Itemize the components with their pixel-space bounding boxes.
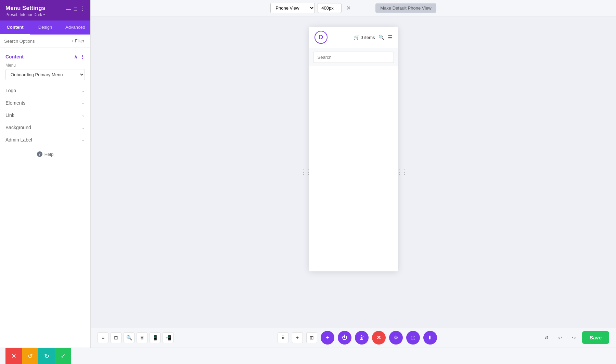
menu-label: Menu <box>5 63 85 68</box>
bottom-left-tools: ≡ ⊞ 🔍 🖥 📱 📲 <box>98 332 174 343</box>
global-bottom-bar: ✕ ↺ ↻ ✓ <box>0 348 616 364</box>
add-icon: + <box>326 335 329 341</box>
logo-circle: D <box>315 31 328 44</box>
menu-dropdown[interactable]: Onboarding Primary Menu Primary Menu Foo… <box>5 69 85 80</box>
maximize-icon[interactable]: □ <box>74 6 77 12</box>
search-options-input[interactable] <box>4 39 67 44</box>
history-button[interactable]: ◷ <box>406 331 420 345</box>
more-options-icon[interactable]: ⋮ <box>80 54 85 59</box>
minimize-icon[interactable]: — <box>66 6 71 12</box>
hamburger-icon: ☰ <box>388 34 393 41</box>
undo-button[interactable]: ↩ <box>555 332 566 343</box>
content-section-header[interactable]: Content ∧ ⋮ <box>0 52 90 62</box>
confirm-icon: ✓ <box>61 352 66 360</box>
confirm-action-button[interactable]: ✓ <box>55 348 71 364</box>
background-chevron-icon: ⌄ <box>81 125 85 130</box>
view-select[interactable]: Phone View Tablet View Desktop View <box>270 3 315 13</box>
logo-chevron-icon: ⌄ <box>81 88 85 93</box>
content-section-controls: ∧ ⋮ <box>74 54 85 59</box>
admin-label-label: Admin Label <box>5 137 32 143</box>
admin-label-section-row[interactable]: Admin Label ⌄ <box>0 134 90 146</box>
filter-button[interactable]: + Filter <box>69 37 86 45</box>
rows-tool-button[interactable]: ≡ <box>98 332 108 343</box>
cart-icon: 🛒 <box>354 35 359 40</box>
tablet-tool-button[interactable]: 📱 <box>150 332 161 343</box>
pause-button[interactable]: ⏸ <box>423 331 437 345</box>
sidebar-header-icons: — □ ⋮ <box>66 5 85 12</box>
bottom-toolbar: ≡ ⊞ 🔍 🖥 📱 📲 ⠿ <box>91 327 616 348</box>
gear-icon: ⚙ <box>394 334 398 341</box>
close-icon: × <box>377 334 381 341</box>
search-nav-icon: 🔍 <box>378 35 384 40</box>
sidebar-preset: Preset: Interior Dark • <box>5 12 45 17</box>
help-icon: ? <box>37 151 42 157</box>
elements-section-row[interactable]: Elements ⌄ <box>0 97 90 109</box>
power-icon: ⏻ <box>342 335 347 341</box>
bottom-right-tools: ↺ ↩ ↪ Save <box>541 331 609 344</box>
undo-action-icon: ↺ <box>28 352 33 360</box>
tab-design[interactable]: Design <box>30 21 60 35</box>
search-tool-button[interactable]: 🔍 <box>124 332 134 343</box>
help-label: Help <box>44 152 54 157</box>
elements-label: Elements <box>5 100 25 106</box>
power-button[interactable]: ⏻ <box>338 331 351 345</box>
background-section-row[interactable]: Background ⌄ <box>0 121 90 134</box>
save-button[interactable]: Save <box>582 331 609 344</box>
drag-icon: ⠿ <box>281 335 285 340</box>
elements-chevron-icon: ⌄ <box>81 100 85 105</box>
redo-button[interactable]: ↪ <box>568 332 579 343</box>
collapse-icon[interactable]: ∧ <box>74 54 77 59</box>
phone-tool-button[interactable]: 📲 <box>163 332 174 343</box>
link-section-row[interactable]: Link ⌄ <box>0 109 90 121</box>
rows-icon: ≡ <box>102 335 104 340</box>
nav-right: 🛒 0 items 🔍 ☰ <box>354 34 393 41</box>
redo-action-button[interactable]: ↻ <box>38 348 55 364</box>
extra-input[interactable] <box>356 3 373 13</box>
width-input[interactable] <box>318 3 342 13</box>
close-width-button[interactable]: ✕ <box>344 4 353 12</box>
redo-icon: ↪ <box>572 335 576 340</box>
phone-search <box>309 48 398 66</box>
cancel-icon: ✕ <box>11 352 16 360</box>
monitor-tool-button[interactable]: 🖥 <box>137 332 147 343</box>
sidebar-content: Content ∧ ⋮ Menu Onboarding Primary Menu… <box>0 48 90 348</box>
layout-icon: ⊞ <box>114 335 118 340</box>
layout-tool-button[interactable]: ⊞ <box>111 332 121 343</box>
help-button[interactable]: ? Help <box>37 151 54 157</box>
logo-letter: D <box>319 34 323 41</box>
cart-count: 0 items <box>361 35 375 40</box>
bottom-center-tools: ⠿ ✦ ⊞ + ⏻ 🗑 × <box>278 331 437 345</box>
resize-handle-right[interactable]: ⋮⋮ <box>396 168 407 176</box>
grid-tool-button[interactable]: ⊞ <box>306 332 317 343</box>
phone-search-input[interactable] <box>313 52 394 63</box>
tab-advanced[interactable]: Advanced <box>60 21 90 35</box>
logo-section-row[interactable]: Logo ⌄ <box>0 84 90 97</box>
gear-button[interactable]: ⚙ <box>389 331 403 345</box>
close-button[interactable]: × <box>372 331 386 345</box>
more-icon[interactable]: ⋮ <box>80 5 85 12</box>
drag-tool-button[interactable]: ⠿ <box>278 332 288 343</box>
sparkle-tool-button[interactable]: ✦ <box>292 332 303 343</box>
grid-icon: ⊞ <box>310 335 314 340</box>
delete-button[interactable]: 🗑 <box>355 331 369 345</box>
tab-content[interactable]: Content <box>0 21 30 35</box>
undo-action-button[interactable]: ↺ <box>22 348 38 364</box>
cancel-action-button[interactable]: ✕ <box>5 348 22 364</box>
phone-icon: 📲 <box>165 335 171 340</box>
canvas-area: ⋮⋮ D 🛒 0 items 🔍 ☰ <box>91 16 616 327</box>
history-icon: ◷ <box>411 334 415 341</box>
menu-select-wrapper: Menu Onboarding Primary Menu Primary Men… <box>0 62 90 84</box>
sidebar-search-bar: + Filter <box>0 35 90 48</box>
search-icon: 🔍 <box>126 335 132 340</box>
sparkle-icon: ✦ <box>295 335 299 340</box>
make-default-phone-view-button[interactable]: Make Default Phone View <box>375 3 436 13</box>
link-label: Link <box>5 112 14 118</box>
cart-area: 🛒 0 items <box>354 35 375 40</box>
sidebar-header: Menu Settings Preset: Interior Dark • — … <box>0 0 90 21</box>
resize-right-icon: ⋮⋮ <box>396 168 407 176</box>
undo-icon: ↩ <box>558 335 562 340</box>
sidebar-title: Menu Settings <box>5 5 45 12</box>
add-button[interactable]: + <box>321 331 334 345</box>
global-action-buttons: ✕ ↺ ↻ ✓ <box>5 348 71 364</box>
undo2-button[interactable]: ↺ <box>541 332 552 343</box>
